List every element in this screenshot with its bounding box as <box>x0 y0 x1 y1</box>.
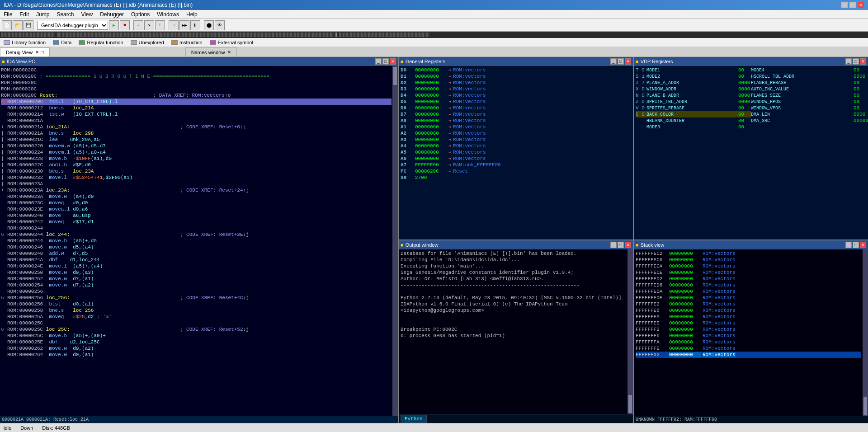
menu-search[interactable]: Search <box>53 10 77 19</box>
output-controls: _ □ ✕ <box>610 242 631 248</box>
output-maximize[interactable]: □ <box>618 242 624 248</box>
plugin-dropdown[interactable]: GensIDA debugger plugin <box>37 21 108 30</box>
vdp-regs-close[interactable]: ✕ <box>860 58 866 65</box>
ida-view-icon: ■ <box>2 59 5 64</box>
output-close[interactable]: ✕ <box>625 242 631 248</box>
stack-maximize[interactable]: □ <box>853 242 859 248</box>
menu-file[interactable]: File <box>0 10 16 19</box>
output-scrollbar-thumb[interactable] <box>628 395 632 413</box>
menu-jump[interactable]: Jump <box>33 10 53 19</box>
menu-help[interactable]: Help <box>183 10 201 19</box>
vdp-row-window-hpos: WINDOW_HPOS 00 <box>751 99 866 105</box>
toolbar-step-out[interactable]: ↑ <box>155 20 165 30</box>
ida-view-maximize[interactable]: □ <box>382 58 389 65</box>
toolbar-bp[interactable]: ⬤ <box>204 20 214 30</box>
ida-view-header: ■ IDA View-PC _ □ ✕ <box>0 57 398 66</box>
vdp-regs-left-col: T 0 MODE1 00 S 1 MODE2 00 I 7 PLANE_A_AD… <box>636 67 751 239</box>
stack-row: FFFFFFEDA 00000000 ROM:vectors <box>636 288 861 295</box>
toolbar-new[interactable]: 📄 <box>2 20 12 30</box>
ida-line: ROM:0000023C moveq #0,d0 <box>1 200 392 206</box>
toolbar-play[interactable]: ▶ <box>109 20 119 30</box>
output-tab-python[interactable]: Python <box>401 415 427 423</box>
ida-line: ROM:00000242 moveq #$17,d1 <box>1 219 392 225</box>
toolbar-run-to-cursor[interactable]: → <box>169 20 179 30</box>
legend-data-color <box>53 40 59 45</box>
ida-view-content[interactable]: ROM:0000020C ROM:0000020C ; ============… <box>0 66 392 416</box>
menu-view[interactable]: View <box>77 10 96 19</box>
tab-debug-view-label: Debug View <box>6 50 33 55</box>
minimize-button[interactable]: ─ <box>841 2 848 8</box>
stack-row: FFFFFFE6 00000000 ROM:vectors <box>636 307 861 314</box>
tab-debug-view-close[interactable]: ✕ <box>35 50 39 55</box>
vdp-row-planes-size: PLANES_SIZE 00 <box>751 92 866 99</box>
ida-line: ROM:0000025C <box>1 320 392 326</box>
menu-debugger[interactable]: Debugger <box>96 10 127 19</box>
vdp-regs-panel: ■ VDP Registers _ □ ✕ T 0 MODE1 00 S 1 M… <box>634 57 868 239</box>
ida-view-title: IDA View-PC <box>7 59 35 64</box>
vdp-regs-maximize[interactable]: □ <box>853 58 859 65</box>
stack-close[interactable]: ✕ <box>860 242 866 248</box>
menu-edit[interactable]: Edit <box>16 10 33 19</box>
ida-line: ROM:0000021A <box>1 117 392 124</box>
menu-options[interactable]: Options <box>127 10 153 19</box>
gen-regs-header: ■ General Registers _ □ ✕ <box>399 57 633 66</box>
gen-regs-maximize[interactable]: □ <box>618 58 624 65</box>
tab-names-window[interactable]: Names window ✕ <box>185 47 237 56</box>
output-line: ----------------------------------------… <box>401 282 626 288</box>
close-button[interactable]: ✕ <box>857 2 864 8</box>
gen-regs-minimize[interactable]: _ <box>610 58 617 65</box>
loop-arrow-3: ↻ <box>1 326 7 333</box>
ida-view-close[interactable]: ✕ <box>390 58 396 65</box>
legend-data: Data <box>53 40 71 45</box>
vdp-regs-minimize[interactable]: _ <box>845 58 852 65</box>
legend-library-label: Library function <box>12 40 46 45</box>
ida-line: | ROM:00000224 movem.l (a5)+,a0-a4 <box>1 149 392 155</box>
ida-line-reset-label: ROM:0000020C Reset: ; DATA XREF: ROM:vec… <box>1 92 392 99</box>
reg-row-d5: D5 00000000 ⇒ ROM:vectors <box>401 99 631 105</box>
stack-rows[interactable]: FFFFFFEC2 00000000 ROM:vectors FFFFFFEC6… <box>634 249 863 416</box>
toolbar-save[interactable]: 💾 <box>24 20 33 30</box>
stack-row: FFFFFFE2 00000000 ROM:vectors <box>636 301 861 307</box>
stack-minimize[interactable]: _ <box>845 242 852 248</box>
reg-row-d1: D1 00000000 ⇒ ROM:vectors <box>401 73 631 80</box>
toolbar-stop[interactable]: ■ <box>120 20 130 30</box>
reg-row-d0: D0 00000000 ⇒ ROM:vectors <box>401 67 631 73</box>
progress-bar <box>0 32 868 38</box>
ida-line: | ROM:00000220 movem.w (a5)+,d5-d7 <box>1 143 392 149</box>
gen-regs-title-group: ■ General Registers <box>401 59 445 64</box>
progress-segment-1 <box>1 33 55 37</box>
menu-windows[interactable]: Windows <box>153 10 183 19</box>
stack-row: FFFFFFECE 00000000 ROM:vectors <box>636 269 861 276</box>
ida-view-scrollbar-thumb[interactable] <box>393 67 397 85</box>
tab-debug-view-icon[interactable]: □ <box>41 50 44 55</box>
toolbar-step-over[interactable]: ↷ <box>144 20 154 30</box>
ida-line: ROM:00000246 move.w d5,(a4) <box>1 244 392 250</box>
toolbar-continue[interactable]: ▶▶ <box>179 20 189 30</box>
output-title-group: ■ Output window <box>401 242 438 248</box>
ida-line: ROM:00000248 add.w d7,d5 <box>1 250 392 257</box>
panel-grid: ■ IDA View-PC _ □ ✕ ROM:0000020C ROM:000… <box>0 57 868 423</box>
loop-arrow: ↻ <box>1 231 7 238</box>
stack-scrollbar-thumb[interactable] <box>863 397 867 415</box>
toolbar-step-into[interactable]: ↓ <box>133 20 143 30</box>
ida-view-scrollbar[interactable] <box>392 66 398 416</box>
output-scrollbar[interactable] <box>627 249 633 414</box>
ida-view-minimize[interactable]: _ <box>375 58 382 65</box>
gen-regs-close[interactable]: ✕ <box>625 58 631 65</box>
output-text[interactable]: Database for file 'Animaniacs (E) [!].bi… <box>399 249 627 414</box>
tab-names-window-close[interactable]: ✕ <box>227 50 231 55</box>
stack-row: FFFFFFEDE 00000000 ROM:vectors <box>636 295 861 301</box>
vdp-row-v0: V 0 SPRITES_REBASE 00 <box>636 105 751 111</box>
output-minimize[interactable]: _ <box>610 242 617 248</box>
toolbar-open[interactable]: 📂 <box>13 20 23 30</box>
ida-line: ROM:0000024E move.l (a5)+,(a4) <box>1 263 392 269</box>
ida-line-current-pc[interactable]: PC ROM:0000020C tst.l (IO_CT1_CTRL).l <box>1 99 392 105</box>
stack-scrollbar[interactable] <box>863 249 868 416</box>
vdp-row-c0-back-color: C 0 BACK_COLOR 00 <box>636 111 751 117</box>
reg-row-d7: D7 00000000 ⇒ ROM:vectors <box>401 111 631 117</box>
toolbar-pause[interactable]: ⏸ <box>190 20 200 30</box>
maximize-button[interactable]: □ <box>849 2 856 8</box>
tab-debug-view[interactable]: Debug View ✕ □ <box>0 47 50 56</box>
toolbar-watch[interactable]: 👁 <box>215 20 225 30</box>
ida-line: ROM:0000025C move.b (a5)+,(a0)+ <box>1 333 392 339</box>
